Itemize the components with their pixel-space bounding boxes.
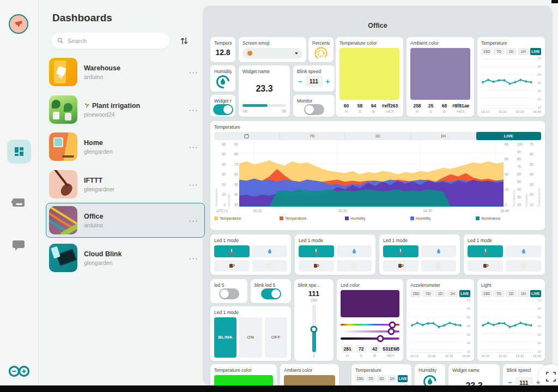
saturation-slider[interactable] — [341, 330, 399, 333]
avatar-figure-icon — [13, 18, 25, 30]
tab-1d[interactable]: 1D — [377, 375, 386, 382]
decrement-button[interactable]: − — [297, 77, 304, 86]
on-button[interactable]: ON — [239, 317, 262, 358]
dashboard-item-home[interactable]: Home glengarden ··· — [46, 129, 205, 164]
search-input[interactable] — [66, 37, 156, 45]
brightness-slider[interactable] — [341, 337, 399, 340]
tab-1h[interactable]: 1H — [387, 375, 397, 382]
water-drop-icon — [423, 375, 437, 385]
tab-7d[interactable]: 7D — [422, 290, 433, 297]
profile-avatar[interactable] — [9, 14, 28, 34]
tab-1h[interactable]: 1H — [518, 48, 529, 55]
off-button[interactable]: OFF — [265, 317, 287, 358]
tab-1d[interactable]: 1D — [506, 48, 517, 55]
dashboard-item-warehouse[interactable]: Warehouse arduino ··· — [46, 55, 205, 89]
tab-1h[interactable]: 1H — [447, 290, 458, 297]
item-menu-button[interactable]: ··· — [186, 143, 202, 151]
widget-humidity: Humidity — [210, 65, 235, 92]
tab-7d[interactable]: 7D — [366, 375, 376, 382]
tab-live[interactable]: LIVE — [398, 375, 408, 382]
tab-1d[interactable]: 1D — [506, 290, 517, 297]
tab-7d[interactable]: 7D — [493, 290, 504, 297]
tab-live[interactable]: LIVE — [530, 48, 541, 55]
mode-thermometer-button[interactable] — [468, 245, 503, 257]
tab-live[interactable]: LIVE — [459, 290, 470, 297]
item-menu-button[interactable]: ··· — [186, 180, 202, 189]
widget-label: Accelerometer — [410, 282, 470, 288]
dashboard-thumbnail — [49, 132, 77, 161]
slider-knob[interactable] — [387, 328, 395, 335]
mode-drop-button[interactable] — [506, 245, 541, 257]
widget-accelerometer-chart: Accelerometer 15D 7D 1D 1H LIVE 70605040… — [407, 279, 474, 361]
mode-egg-button[interactable] — [421, 260, 457, 272]
slider-knob[interactable] — [311, 325, 318, 333]
mode-coffee-button[interactable] — [299, 260, 334, 272]
tab-live[interactable]: LIVE — [476, 132, 541, 140]
increment-button[interactable]: + — [324, 77, 331, 86]
led5-toggle[interactable] — [219, 288, 239, 299]
item-menu-button[interactable]: ··· — [186, 254, 202, 262]
hue-slider[interactable] — [341, 324, 399, 326]
sidebar-item-dashboards[interactable] — [7, 140, 31, 164]
mode-coffee-button[interactable] — [468, 260, 503, 272]
mode-thermometer-button[interactable] — [299, 245, 334, 257]
dashboard-name: Cloud Blink — [84, 250, 186, 258]
dashboard-item-office-selected[interactable]: Office arduino ··· — [46, 203, 205, 238]
chart-range-tabs[interactable]: 15D 7D 1D 1H LIVE — [410, 290, 470, 297]
slider-max: 150 — [298, 298, 330, 302]
blink-led5-toggle[interactable] — [261, 288, 281, 299]
color-swatch — [341, 290, 399, 317]
tab-calendar[interactable] — [214, 132, 280, 140]
chart-legend: TemperatureTemperatureHumidityHumidityIl… — [214, 216, 541, 220]
tab-15d[interactable]: 15D — [355, 375, 365, 382]
tab-15d[interactable]: 15D — [481, 48, 492, 55]
mode-drop-button[interactable] — [337, 245, 372, 257]
emoji-dropdown[interactable] — [242, 48, 302, 59]
mode-egg-button[interactable] — [337, 260, 372, 272]
water-drop-icon — [351, 248, 357, 255]
water-drop-icon — [436, 248, 441, 255]
dashboard-item-ifttt[interactable]: IFTTT glengardner ··· — [46, 167, 205, 202]
vertical-slider[interactable] — [312, 304, 316, 352]
tab-15d[interactable]: 15D — [410, 290, 421, 297]
blink-button[interactable]: BLINK — [214, 317, 236, 358]
y-axis: 70605040302010 — [534, 299, 541, 353]
tab-1d[interactable]: 1D — [345, 132, 410, 140]
tab-1h[interactable]: 1H — [518, 290, 529, 297]
monitor-toggle[interactable] — [304, 104, 324, 115]
widget-n-toggle[interactable] — [213, 104, 233, 115]
dashboard-item-plant-irrigation[interactable]: Plant irrigation pinewood24 ··· — [46, 92, 205, 127]
tab-1d[interactable]: 1D — [435, 290, 446, 297]
mode-coffee-button[interactable] — [214, 260, 250, 272]
mode-thermometer-button[interactable] — [383, 245, 418, 257]
mode-thermometer-button[interactable] — [214, 245, 250, 257]
item-menu-button[interactable]: ··· — [186, 216, 202, 225]
decrement-button[interactable]: − — [507, 378, 513, 385]
chart-range-tabs[interactable]: 15D 7D 1D 1H LIVE — [355, 375, 408, 382]
item-menu-button[interactable]: ··· — [186, 106, 202, 114]
tab-7d[interactable]: 7D — [280, 132, 345, 140]
tab-15d[interactable]: 15D — [481, 290, 492, 297]
item-menu-button[interactable]: ··· — [186, 68, 202, 76]
sidebar-item-devices[interactable] — [11, 196, 26, 208]
mode-drop-button[interactable] — [421, 245, 457, 257]
tab-7d[interactable]: 7D — [493, 48, 504, 55]
search-box[interactable] — [52, 33, 169, 49]
dashboard-item-cloud-blink[interactable]: Cloud Blink glengarden ··· — [46, 240, 205, 275]
tab-live[interactable]: LIVE — [530, 290, 541, 297]
mode-coffee-button[interactable] — [383, 260, 418, 272]
sidebar-item-chat[interactable] — [11, 239, 26, 252]
slider-knob[interactable] — [389, 321, 396, 328]
mode-drop-button[interactable] — [252, 245, 288, 257]
slider-knob[interactable] — [377, 335, 384, 342]
coffee-icon — [313, 263, 319, 269]
chart-range-tabs[interactable]: 7D 1D 1H LIVE — [214, 132, 541, 140]
chart-range-tabs[interactable]: 15D 7D 1D 1H LIVE — [481, 48, 541, 55]
widget-label: led 5 — [214, 282, 244, 288]
chart-range-tabs[interactable]: 15D 7D 1D 1H LIVE — [481, 290, 541, 297]
mode-egg-button[interactable] — [252, 260, 288, 272]
sort-button[interactable] — [178, 34, 190, 47]
tab-1h[interactable]: 1H — [411, 132, 476, 140]
y-axis: 70605040302010 — [534, 57, 541, 109]
mode-egg-button[interactable] — [506, 260, 541, 272]
